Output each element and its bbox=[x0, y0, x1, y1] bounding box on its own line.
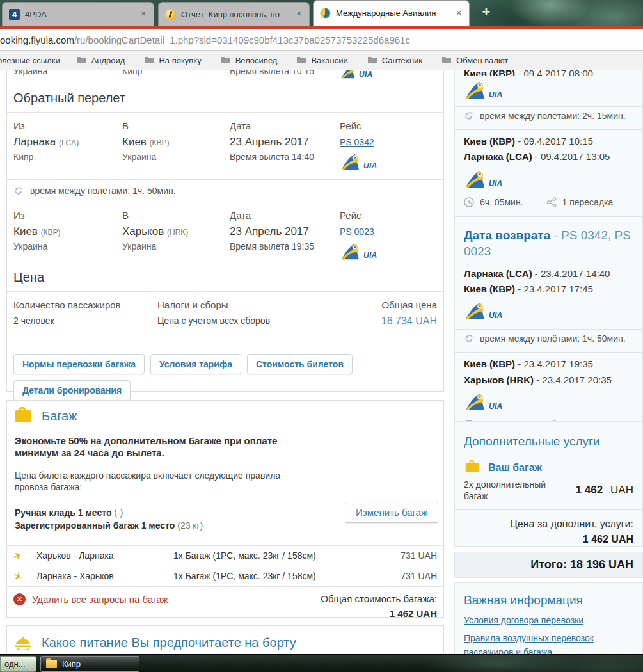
refresh-icon bbox=[464, 333, 474, 344]
bookmark-currency[interactable]: Обмен валют bbox=[441, 56, 508, 65]
meal-title: Какое питание Вы предпочитаете на борту bbox=[42, 636, 296, 650]
segment-line: Киев (КВР) - 09.4.2017 08:00 bbox=[464, 70, 593, 76]
your-baggage-header: Ваш багаж bbox=[464, 461, 633, 474]
flight-number-link[interactable]: PS 0342 bbox=[340, 137, 437, 147]
folder-icon bbox=[367, 56, 377, 64]
bookmark-vacancies[interactable]: Вакансии bbox=[296, 56, 347, 65]
tab-uia-active[interactable]: Международные Авиалин bbox=[313, 0, 470, 26]
uia-tail-icon bbox=[464, 81, 486, 99]
baggage-rules-button[interactable]: Нормы перевозки багажа bbox=[13, 354, 145, 374]
uia-logo-text: UIA bbox=[359, 70, 373, 79]
tab-title: Отчет: Кипр посолонь, но bbox=[181, 10, 291, 19]
bookmark-label: Вакансии bbox=[311, 56, 347, 65]
service-row: 2х дополнительный багаж 1 462UAH bbox=[464, 479, 633, 502]
new-tab-button[interactable]: + bbox=[478, 5, 495, 20]
flight-leg-row: Киев (КВР) Харьков (HRK) 23 Апрель 2017 … bbox=[7, 221, 443, 238]
ticket-cost-button[interactable]: Стоимость билетов bbox=[247, 354, 353, 374]
uia-tail-icon bbox=[340, 243, 360, 260]
bookmark-label: Обмен валют bbox=[456, 56, 508, 65]
air-carriage-rules-link-cont[interactable]: пассажиров и багажа bbox=[464, 647, 633, 654]
taskbar-browser-button[interactable]: одн... bbox=[0, 656, 36, 672]
flight-table-header: Из В Дата Рейс bbox=[7, 210, 443, 221]
col-date: Дата bbox=[230, 120, 340, 131]
segment-line: Ларнака (LCA) - 09.4.2017 13:05 bbox=[464, 150, 633, 163]
baggage-footer: Удалить все запросы на багаж Общая стоим… bbox=[7, 586, 443, 619]
col-to: В bbox=[122, 210, 230, 221]
baggage-total-block: Общая стоимость багажа: 1 462 UAH bbox=[321, 593, 437, 619]
itinerary-cut-line: Киев (КВР) - 09.4.2017 08:00 bbox=[464, 70, 633, 76]
bookmark-plumbing[interactable]: Сантехник bbox=[367, 56, 422, 65]
price-summary: Количество пассажиров 2 человек Налоги и… bbox=[7, 300, 443, 327]
flight-leg-subrow: Украина Украина Время вылета 19:35 UIA bbox=[7, 238, 443, 260]
important-info-title: Важная информация bbox=[464, 593, 633, 607]
col-from: Из bbox=[13, 120, 122, 131]
outbound-country: Украина bbox=[13, 70, 122, 76]
baggage-description: Цена билета каждого пассажира включает с… bbox=[15, 470, 283, 493]
transfer-value: 1 пересадка bbox=[562, 197, 614, 207]
folder-icon bbox=[441, 56, 452, 64]
booking-page: Украина Кипр Время вылета 10:15 UIA Обра… bbox=[0, 70, 643, 654]
from-country: Кипр bbox=[13, 152, 122, 162]
divider bbox=[7, 291, 443, 292]
uia-logo: UIA bbox=[464, 81, 503, 99]
4pda-favicon-icon: 4 bbox=[9, 9, 20, 20]
address-bar[interactable]: ooking.flyuia.com/ru/bookingCartDetail_1… bbox=[0, 29, 643, 51]
url-domain: ooking.flyuia.com bbox=[0, 35, 74, 45]
outbound-country: Кипр bbox=[122, 70, 230, 76]
taxes-label: Налоги и сборы bbox=[157, 300, 381, 310]
layover-text: время между полётами: 1ч. 50мин. bbox=[30, 186, 176, 196]
uia-logo: UIA bbox=[340, 154, 437, 170]
uia-tail-icon bbox=[464, 170, 486, 188]
booking-details-button[interactable]: Детали бронирования bbox=[13, 380, 131, 401]
folder-icon bbox=[296, 56, 306, 64]
bookmark-android[interactable]: Андроид bbox=[77, 56, 125, 65]
delete-icon[interactable] bbox=[13, 593, 26, 605]
tab-close-icon[interactable] bbox=[454, 8, 464, 19]
col-from: Из bbox=[13, 210, 122, 221]
segment-line: Харьков (HRK) - 23.4.2017 20:35 bbox=[464, 374, 633, 387]
tab-close-icon[interactable] bbox=[138, 9, 148, 19]
to-city: Киев (КВР) bbox=[122, 136, 230, 148]
uia-logo-text: UIA bbox=[489, 402, 503, 411]
bookmark-label: Андроид bbox=[91, 56, 125, 65]
taskbar-folder-button[interactable]: Кипр bbox=[40, 656, 139, 672]
delete-baggage-link[interactable]: Удалить все запросы на багаж bbox=[32, 594, 168, 605]
change-baggage-button[interactable]: Изменить багаж bbox=[345, 502, 438, 523]
uia-tail-icon bbox=[340, 154, 360, 170]
divider bbox=[455, 129, 642, 130]
uia-logo: UIA bbox=[464, 170, 503, 188]
return-date-title: Дата возврата - PS 0342, PS 0023 bbox=[464, 227, 633, 260]
taskbar-folder-label: Кипр bbox=[62, 659, 81, 669]
tab-close-icon[interactable] bbox=[294, 9, 304, 19]
total-price-value: 16 734 UAH bbox=[381, 316, 437, 327]
service-item-label: 2х дополнительный багаж bbox=[464, 479, 560, 502]
uia-logo-text: UIA bbox=[489, 311, 503, 320]
bookmark-bicycle[interactable]: Велосипед bbox=[221, 56, 278, 65]
duration-value: 6ч. 05мин. bbox=[480, 197, 523, 207]
meal-panel: Какое питание Вы предпочитаете на борту bbox=[6, 625, 444, 654]
tab-title: Международные Авиалин bbox=[336, 8, 451, 18]
plane-takeoff-icon bbox=[13, 550, 36, 562]
services-title: Дополнительные услуги bbox=[464, 435, 633, 449]
air-carriage-rules-link[interactable]: Правила воздушных перевозок bbox=[464, 633, 633, 643]
windows-taskbar: одн... Кипр bbox=[0, 654, 643, 672]
flight-date: 23 Апрель 2017 bbox=[230, 136, 340, 148]
tab-report[interactable]: Отчет: Кипр посолонь, но bbox=[158, 2, 310, 26]
carriage-contract-link[interactable]: Условия договора перевозки bbox=[464, 615, 633, 625]
divider bbox=[455, 216, 642, 217]
suitcase-icon bbox=[466, 463, 479, 472]
bookmarks-bar: олезные ссылки Андроид На покупку Велоси… bbox=[0, 51, 643, 70]
baggage-details: 1х Багаж (1PC, макс. 23кг / 158см) bbox=[173, 550, 401, 561]
bookmark-useful-links[interactable]: олезные ссылки bbox=[0, 56, 60, 65]
baggage-header: Багаж bbox=[7, 401, 443, 424]
bookmark-label: На покупку bbox=[159, 56, 201, 65]
bookmark-shopping[interactable]: На покупку bbox=[144, 56, 201, 65]
info-buttons-row: Нормы перевозки багажа Условия тарифа Ст… bbox=[13, 354, 437, 374]
tab-4pda[interactable]: 4 4PDA bbox=[2, 2, 154, 26]
fare-conditions-button[interactable]: Условия тарифа bbox=[150, 354, 241, 374]
flight-number-link[interactable]: PS 0023 bbox=[340, 227, 437, 237]
price-title: Цена bbox=[13, 270, 437, 285]
departure-time: Время вылета 19:35 bbox=[230, 241, 340, 252]
uia-tail-icon bbox=[464, 393, 486, 411]
uia-logo: UIA bbox=[340, 70, 437, 79]
